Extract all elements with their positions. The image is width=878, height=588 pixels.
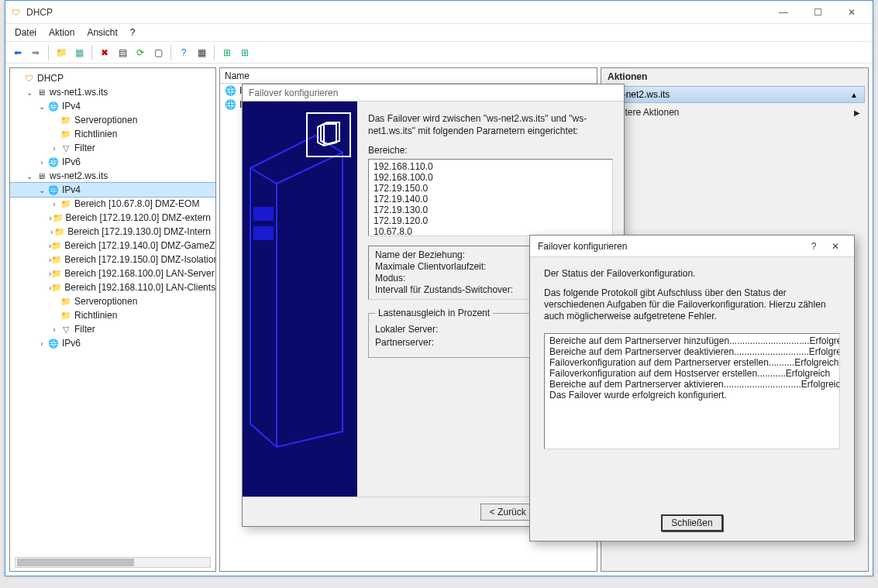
expand-icon[interactable]: › xyxy=(49,228,54,236)
close-button[interactable]: Schließen xyxy=(661,514,723,531)
expand-icon[interactable]: ⌄ xyxy=(24,172,35,181)
back-button[interactable]: ⬅ xyxy=(10,45,26,60)
tree-policies[interactable]: 📁Richtlinien xyxy=(10,127,215,141)
properties-button[interactable]: ▦ xyxy=(71,45,87,60)
help-button[interactable]: ? xyxy=(803,241,825,252)
tree-ipv6[interactable]: ›🌐IPv6 xyxy=(10,336,215,350)
param-mode-label: Modus: xyxy=(375,273,405,284)
back-button[interactable]: < Zurück xyxy=(480,504,535,521)
folder-icon: 📁 xyxy=(60,198,72,210)
globe-icon: 🌐 xyxy=(47,156,60,168)
svg-line-2 xyxy=(250,168,277,184)
wizard-title: Failover konfigurieren xyxy=(243,84,624,101)
folder-icon: 📁 xyxy=(54,225,65,238)
status-header-text: Der Status der Failoverkonfiguration. xyxy=(544,268,840,280)
actions-selected-item[interactable]: ws-net2.ws.its▲ xyxy=(604,86,865,103)
view-button[interactable]: ▦ xyxy=(194,45,209,60)
expand-icon[interactable]: › xyxy=(49,144,60,153)
toolbar-separator xyxy=(214,45,215,60)
wizard-sidebar-graphic xyxy=(243,101,357,497)
tree-scope[interactable]: ›📁Bereich [172.19.120.0] DMZ-extern xyxy=(10,211,215,225)
dhcp-scope2-button[interactable]: ⊞ xyxy=(237,45,253,60)
globe-icon: 🌐 xyxy=(47,337,60,349)
dhcp-scope-button[interactable]: ⊞ xyxy=(219,45,235,60)
status-description: Das folgende Protokoll gibt Aufschluss ü… xyxy=(544,287,840,322)
expand-icon[interactable]: › xyxy=(36,158,47,167)
svg-rect-5 xyxy=(253,226,274,240)
tree-scope[interactable]: ›📁Bereich [192.168.110.0] LAN-Clients xyxy=(10,280,215,294)
log-line: Failoverkonfiguration auf dem Partnerser… xyxy=(549,357,835,368)
tree-scope[interactable]: ›📁Bereich [172.19.130.0] DMZ-Intern xyxy=(10,225,215,239)
tree-ipv6[interactable]: ›🌐IPv6 xyxy=(10,155,215,169)
ranges-listbox[interactable]: 192.168.110.0 192.168.100.0 172.19.150.0… xyxy=(368,159,613,236)
svg-line-3 xyxy=(277,153,343,184)
folder-icon: 📁 xyxy=(53,211,64,224)
dhcp-icon: 🛡 xyxy=(22,72,35,84)
folder-icon: 📁 xyxy=(51,281,62,294)
tree-serveroptions[interactable]: 📁Serveroptionen xyxy=(10,294,215,308)
tree-scrollbar[interactable] xyxy=(15,557,211,568)
toolbar-separator xyxy=(48,45,49,60)
new-button[interactable]: ▢ xyxy=(150,45,166,60)
range-item: 192.168.110.0 xyxy=(374,161,608,172)
globe-icon: 🌐 xyxy=(47,100,60,112)
expand-icon[interactable]: › xyxy=(36,339,47,348)
status-titlebar: Failover konfigurieren ? ✕ xyxy=(530,236,854,257)
param-switch-label: Intervall für Zustands-Switchover: xyxy=(375,284,513,296)
tree-filter[interactable]: ›▽Filter xyxy=(10,322,215,336)
dhcp-icon: 🛡 xyxy=(9,6,22,19)
minimize-button[interactable]: — xyxy=(766,2,801,23)
expand-icon[interactable]: ⌄ xyxy=(36,102,47,111)
tree-server[interactable]: ⌄🖥ws-net1.ws.its xyxy=(10,85,215,99)
status-log-box[interactable]: Bereiche auf dem Partnerserver hinzufüge… xyxy=(544,333,840,449)
folder-icon: 📁 xyxy=(60,128,72,140)
tree-serveroptions[interactable]: 📁Serveroptionen xyxy=(10,113,215,127)
tree-scope[interactable]: ›📁Bereich [10.67.8.0] DMZ-EOM xyxy=(10,197,215,211)
menu-action[interactable]: Aktion xyxy=(43,26,81,40)
column-header-name[interactable]: Name xyxy=(220,68,597,84)
tree-policies[interactable]: 📁Richtlinien xyxy=(10,308,215,322)
expand-icon[interactable]: ⌄ xyxy=(24,88,35,97)
tree-scope[interactable]: ›📁Bereich [192.168.100.0] LAN-Server xyxy=(10,266,215,280)
expand-icon[interactable]: ⌄ xyxy=(36,186,47,194)
up-button[interactable]: 📁 xyxy=(53,45,69,60)
range-item: 172.19.150.0 xyxy=(374,183,608,194)
globe-icon: 🌐 xyxy=(47,184,60,196)
server-icon: 🖥 xyxy=(35,86,47,98)
tree-server[interactable]: ⌄🖥ws-net2.ws.its xyxy=(10,169,215,183)
forward-button[interactable]: ➡ xyxy=(28,45,43,60)
maximize-button[interactable]: ☐ xyxy=(801,2,835,23)
globe-icon: 🌐 xyxy=(225,85,237,96)
close-button[interactable]: ✕ xyxy=(825,241,846,252)
tree-filter[interactable]: ›▽Filter xyxy=(10,141,215,155)
tree-scope[interactable]: ›📁Bereich [172.19.150.0] DMZ-Isolation xyxy=(10,253,215,266)
menu-file[interactable]: Datei xyxy=(9,26,43,40)
filter-icon: ▽ xyxy=(60,323,72,335)
expand-icon[interactable]: › xyxy=(49,325,60,334)
delete-button[interactable]: ✖ xyxy=(97,45,112,60)
param-lead-label: Maximale Clientvorlaufzeit: xyxy=(375,261,486,273)
tree-root[interactable]: 🛡DHCP xyxy=(10,71,215,85)
export-button[interactable]: ▤ xyxy=(115,45,130,60)
menu-view[interactable]: Ansicht xyxy=(81,26,123,40)
tree-ipv4[interactable]: ⌄🌐IPv4 xyxy=(10,99,215,113)
tree-ipv4-selected[interactable]: ⌄🌐IPv4 xyxy=(10,183,215,197)
tree-scope[interactable]: ›📁Bereich [172.19.140.0] DMZ-GameZone xyxy=(10,239,215,253)
wizard-illustration-icon xyxy=(306,112,351,157)
log-line: Failoverkonfiguration auf dem Hostserver… xyxy=(549,368,835,379)
close-button[interactable]: ✕ xyxy=(835,2,869,23)
range-item: 192.168.100.0 xyxy=(374,172,608,183)
menubar: Datei Aktion Ansicht ? xyxy=(5,24,873,41)
help-button[interactable]: ? xyxy=(176,45,191,60)
collapse-icon: ▲ xyxy=(850,91,858,99)
menu-help[interactable]: ? xyxy=(124,26,142,40)
svg-marker-0 xyxy=(250,136,343,447)
refresh-button[interactable]: ⟳ xyxy=(133,45,148,60)
toolbar: ⬅ ➡ 📁 ▦ ✖ ▤ ⟳ ▢ ? ▦ ⊞ ⊞ xyxy=(5,41,873,64)
expand-icon[interactable]: › xyxy=(49,200,60,208)
ranges-label: Bereiche: xyxy=(368,145,613,156)
actions-more[interactable]: Weitere Aktionen▶ xyxy=(601,104,868,121)
failover-status-dialog: Failover konfigurieren ? ✕ Der Status de… xyxy=(529,235,855,542)
folder-icon: 📁 xyxy=(51,267,62,280)
loadbalance-legend: Lastenausgleich in Prozent xyxy=(375,308,493,318)
